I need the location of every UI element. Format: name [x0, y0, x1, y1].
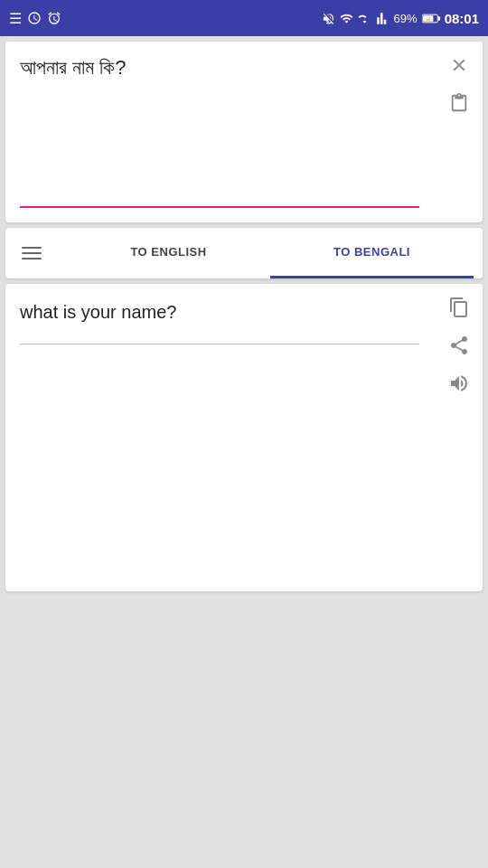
clock-icon — [27, 11, 42, 25]
translated-text: what is your name? — [20, 298, 437, 326]
tab-to-english[interactable]: TO ENGLISH — [67, 228, 270, 278]
menu-line-3 — [22, 258, 42, 259]
battery-icon: ⚡ — [422, 12, 440, 25]
svg-rect-2 — [438, 16, 440, 21]
input-underline — [20, 206, 419, 208]
clear-button[interactable] — [445, 51, 474, 80]
speak-button[interactable] — [445, 369, 474, 398]
svg-text:⚡: ⚡ — [425, 14, 433, 23]
toolbar: TO ENGLISH TO BENGALI — [5, 228, 483, 278]
menu-line-1 — [22, 247, 42, 249]
time-display: 08:01 — [445, 11, 479, 26]
bars-signal-icon — [376, 12, 389, 25]
input-action-buttons — [445, 51, 474, 118]
status-left-icons: ☰ — [9, 10, 61, 27]
status-bar: ☰ 69% ⚡ 08:01 — [0, 0, 488, 36]
wifi-icon — [340, 12, 353, 25]
notification-icon: ☰ — [9, 10, 22, 27]
output-card: what is your name? — [5, 284, 483, 591]
status-right-icons: 69% ⚡ 08:01 — [322, 11, 479, 26]
alarm-icon — [47, 11, 61, 25]
input-card — [5, 42, 483, 222]
tab-to-bengali[interactable]: TO BENGALI — [270, 228, 474, 278]
output-action-buttons — [445, 293, 474, 398]
output-underline — [20, 344, 419, 344]
paste-button[interactable] — [445, 89, 474, 118]
source-text-input[interactable] — [20, 54, 437, 193]
translation-tabs: TO ENGLISH TO BENGALI — [67, 228, 474, 278]
signal-icon — [358, 12, 371, 25]
mute-icon — [322, 12, 335, 25]
share-button[interactable] — [445, 331, 474, 360]
menu-button[interactable] — [14, 240, 49, 267]
copy-button[interactable] — [445, 293, 474, 322]
menu-line-2 — [22, 252, 42, 254]
battery-percent: 69% — [394, 12, 418, 25]
